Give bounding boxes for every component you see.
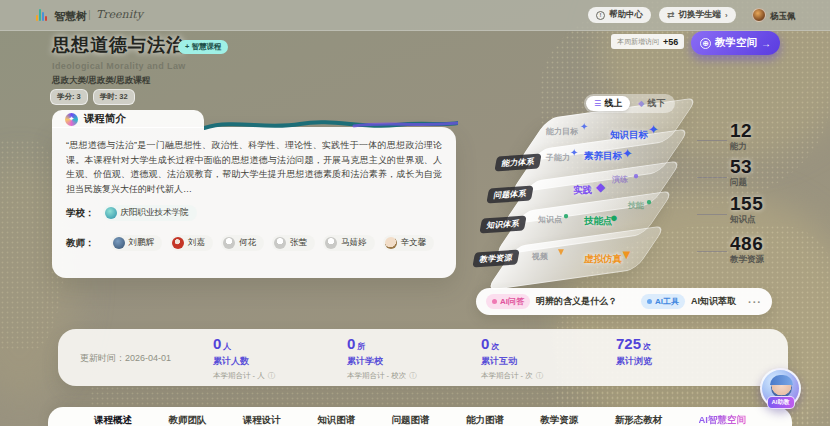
ai-qa-badge-label: AI问答 xyxy=(500,296,524,307)
summary-panel: 更新时间：2026-04-01 0人 累计人数 本学期合计 - 人ⓘ 0所 累计… xyxy=(58,329,788,386)
credit-chip: 学分: 3 xyxy=(50,89,88,105)
user-avatar[interactable] xyxy=(752,8,766,22)
stat-label: 问题 xyxy=(730,177,752,189)
node-ability-goal: 能力目标 xyxy=(546,126,578,137)
teacher-pill[interactable]: 刘鹏辉 xyxy=(111,235,163,251)
logo-divider: | xyxy=(88,8,91,20)
pink-dot-icon xyxy=(492,299,497,304)
hours-chip: 学时: 32 xyxy=(93,89,135,105)
tab-knowledge-graph[interactable]: 知识图谱 xyxy=(317,414,355,426)
summary-value: 0 xyxy=(347,335,355,352)
triangle-icon: ▼ xyxy=(556,247,566,257)
teacher-avatar xyxy=(274,237,286,249)
school-name: 庆阳职业技术学院 xyxy=(121,207,189,219)
teacher-name: 刘嘉 xyxy=(188,237,205,249)
school-label: 学校： xyxy=(66,207,95,220)
tab-ai-smart-space[interactable]: AI智慧空间 xyxy=(699,414,747,426)
stat-resource: 486 教学资源 xyxy=(730,234,764,266)
logo-text-zh: 智慧树 xyxy=(54,9,87,24)
wave-decoration xyxy=(204,117,458,132)
tab-new-textbook[interactable]: 新形态教材 xyxy=(615,414,663,426)
summary-stat-views: 725次 累计浏览 xyxy=(616,335,652,368)
node-drill: 演练 xyxy=(612,174,628,185)
ai-qa-badge: AI问答 xyxy=(486,294,530,309)
more-icon[interactable]: ··· xyxy=(748,296,762,308)
tab-teaching-resources[interactable]: 教学资源 xyxy=(540,414,578,426)
school-logo-icon xyxy=(105,207,117,219)
node-skill-point[interactable]: 技能点 xyxy=(584,215,613,228)
intro-heading-tab: ✦ 课程简介 xyxy=(52,110,204,128)
sparkle-icon: ✦ xyxy=(648,123,659,136)
summary-unit: 所 xyxy=(357,342,365,351)
help-icon: ! xyxy=(596,11,605,20)
switch-student-button[interactable]: ⇄ 切换学生端 › xyxy=(659,7,736,23)
logo-text-en: Treenity xyxy=(96,8,143,21)
info-icon: ⓘ xyxy=(268,371,276,381)
summary-sub: 本学期合计 - 校次 xyxy=(347,371,406,381)
stat-problem: 53 问题 xyxy=(730,157,752,189)
ai-assistant-bubble[interactable]: AI助教 xyxy=(760,368,801,409)
page-title: 思想道德与法治 xyxy=(52,33,185,57)
school-pill[interactable]: 庆阳职业技术学院 xyxy=(103,205,197,221)
summary-stat-people: 0人 累计人数 本学期合计 - 人ⓘ xyxy=(213,335,275,381)
teaching-space-label: 教学空间 xyxy=(715,36,757,50)
help-center-button[interactable]: ! 帮助中心 xyxy=(588,7,651,23)
node-practice[interactable]: 实践 xyxy=(573,184,592,197)
tab-course-overview[interactable]: 课程概述 xyxy=(94,414,132,426)
help-center-label: 帮助中心 xyxy=(609,9,643,21)
summary-stat-interactions: 0次 累计互动 本学期合计 - 次ⓘ xyxy=(481,335,543,381)
ai-question-text[interactable]: 明辨的含义是什么？ xyxy=(536,295,617,308)
toggle-offline[interactable]: ◆ 线下 xyxy=(630,96,673,111)
ai-question-bar[interactable]: AI问答 明辨的含义是什么？ AI工具 AI知识萃取 ··· xyxy=(476,288,772,315)
update-time-value: 2026-04-01 xyxy=(125,353,171,363)
weekly-visits-value: +56 xyxy=(663,37,678,47)
arrow-right-icon: → xyxy=(761,38,771,49)
node-virtual-simulation[interactable]: 虚拟仿真 xyxy=(584,253,622,266)
tab-course-design[interactable]: 课程设计 xyxy=(243,414,281,426)
teacher-avatar xyxy=(172,237,184,249)
summary-unit: 次 xyxy=(491,342,499,351)
teacher-avatar xyxy=(223,237,235,249)
zhihuishu-logo-icon xyxy=(36,9,47,21)
update-time-label: 更新时间： xyxy=(80,353,125,363)
node-knowledge-point: 知识点 xyxy=(538,214,562,225)
summary-stat-schools: 0所 累计学校 本学期合计 - 校次ⓘ xyxy=(347,335,417,381)
update-time: 更新时间：2026-04-01 xyxy=(80,352,171,365)
tab-ability-graph[interactable]: 能力图谱 xyxy=(466,414,504,426)
teacher-name: 辛文馨 xyxy=(401,237,427,249)
teacher-pill[interactable]: 刘嘉 xyxy=(170,235,213,251)
teacher-avatar xyxy=(385,237,397,249)
teaching-space-button[interactable]: ⊕ 教学空间 → xyxy=(691,31,780,55)
ai-assistant-hair xyxy=(770,375,793,385)
teachers-label: 教师： xyxy=(66,237,95,250)
stat-label: 能力 xyxy=(730,141,752,153)
connector-line xyxy=(697,140,727,141)
info-icon: ⓘ xyxy=(409,371,417,381)
school-row: 学校： 庆阳职业技术学院 xyxy=(66,205,442,221)
online-offline-toggle: ☰ 线上 ◆ 线下 xyxy=(584,94,675,113)
toggle-online[interactable]: ☰ 线上 xyxy=(586,96,630,111)
node-knowledge-goal[interactable]: 知识目标 xyxy=(610,129,648,142)
top-bar: 智慧树 | Treenity ! 帮助中心 ⇄ 切换学生端 › 杨玉佩 xyxy=(0,0,830,31)
switch-student-label: 切换学生端 xyxy=(679,9,722,21)
layers-icon: ☰ xyxy=(594,99,601,108)
tab-problem-graph[interactable]: 问题图谱 xyxy=(392,414,430,426)
toggle-offline-label: 线下 xyxy=(647,97,665,110)
sparkle-icon: ✦ xyxy=(622,147,633,160)
teacher-pill[interactable]: 马婧婷 xyxy=(323,235,375,251)
teacher-pill[interactable]: 张莹 xyxy=(272,235,315,251)
course-subtitle-en: Ideological Morality and Law xyxy=(52,61,186,71)
summary-unit: 人 xyxy=(223,342,231,351)
stat-label: 教学资源 xyxy=(730,254,764,266)
switch-icon: ⇄ xyxy=(667,10,675,20)
triangle-icon: ▼ xyxy=(620,248,633,261)
connector-line xyxy=(697,214,727,215)
teacher-pill[interactable]: 辛文馨 xyxy=(383,235,435,251)
ai-tool-text[interactable]: AI知识萃取 xyxy=(691,295,736,308)
ai-assistant-label: AI助教 xyxy=(767,396,795,409)
teacher-pill[interactable]: 何花 xyxy=(221,235,264,251)
teacher-name: 马婧婷 xyxy=(341,237,367,249)
node-literacy-goal[interactable]: 素养目标 xyxy=(584,150,622,163)
tab-teacher-team[interactable]: 教师团队 xyxy=(168,414,206,426)
info-icon: ⓘ xyxy=(536,371,544,381)
